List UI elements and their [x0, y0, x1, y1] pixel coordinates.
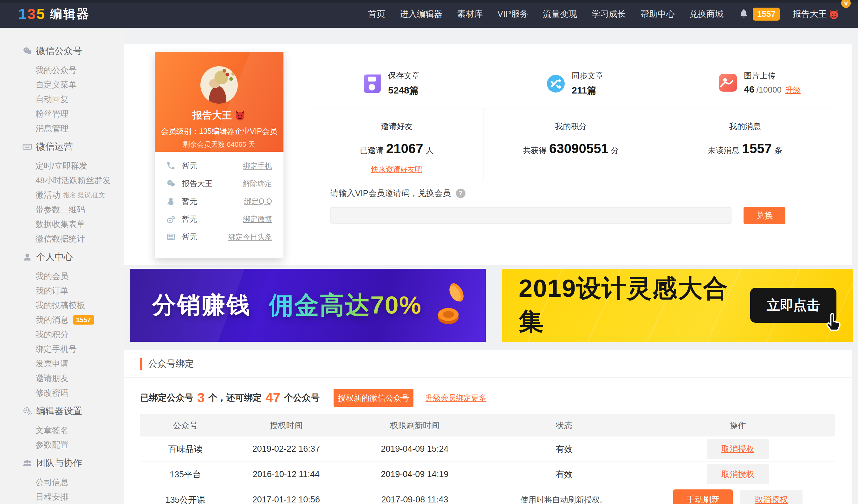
auth-time: 2017-01-12 10:56 — [231, 495, 342, 504]
sidebar-item-qrcode[interactable]: 带参数二维码 — [0, 202, 124, 217]
section-accent-bar — [140, 358, 142, 370]
sidebar-item-schedule[interactable]: 日程安排 — [0, 489, 124, 504]
sidebar-section-editor-settings[interactable]: 编辑器设置 — [0, 405, 124, 417]
vip-redeem-block: 请输入VIP会员邀请码，兑换会员 ? 兑换 — [330, 188, 832, 224]
bind-weibo-link[interactable]: 绑定微博 — [243, 214, 272, 224]
sidebar-item-wechat-stats[interactable]: 微信数据统计 — [0, 231, 124, 246]
auth-time: 2019-02-22 16:37 — [231, 444, 342, 454]
stat-my-points: 我的积分 共获得63090551分 — [483, 109, 657, 182]
points-count: 63090551 — [549, 141, 608, 156]
sidebar-item-parameter-config[interactable]: 参数配置 — [0, 437, 124, 452]
nav-link-shop[interactable]: 兑换商城 — [689, 8, 724, 20]
sidebar-item-auto-reply[interactable]: 自动回复 — [0, 92, 124, 107]
upgrade-link[interactable]: 升级 — [785, 85, 800, 94]
nav-link-materials[interactable]: 素材库 — [457, 8, 483, 20]
status-value: 有效 — [488, 469, 640, 480]
upgrade-membership-link[interactable]: 升级会员绑定更多 — [426, 393, 487, 403]
cancel-authorization-button[interactable]: 取消授权 — [707, 465, 769, 484]
table-row: 135平台 2016-10-12 11:44 2019-04-09 14:19 … — [140, 462, 835, 487]
sidebar-item-article-signature[interactable]: 文章签名 — [0, 423, 124, 437]
col-header-auth-time: 授权时间 — [231, 420, 342, 431]
sidebar-item-fans[interactable]: 粉丝管理 — [0, 107, 124, 121]
nav-link-learn[interactable]: 学习成长 — [592, 8, 626, 20]
nav-link-editor[interactable]: 进入编辑器 — [400, 8, 443, 20]
nav-link-monetize[interactable]: 流量变现 — [543, 8, 577, 20]
cancel-authorization-button[interactable]: 取消授权 — [741, 490, 803, 504]
stats-bottom-row: 邀请好友 已邀请21067人 快来邀请好友吧 我的积分 共获得63090551分… — [310, 109, 832, 182]
bind-qq-link[interactable]: 绑定Q Q — [244, 196, 272, 206]
table-row: 135公开课 2017-01-12 10:56 2017-09-08 11:43… — [140, 487, 835, 504]
sidebar-item-my-templates[interactable]: 我的投稿模板 — [0, 298, 124, 312]
col-header-status: 状态 — [488, 420, 640, 431]
binding-row-toutiao: 暂无 绑定今日头条 — [166, 228, 272, 246]
avatar[interactable] — [201, 66, 238, 104]
bind-toutiao-link[interactable]: 绑定今日头条 — [228, 232, 272, 242]
sidebar-section-team[interactable]: 团队与协作 — [0, 457, 124, 469]
design-inspiration-banner[interactable]: 2019设计灵感大合集 立即点击 — [502, 269, 853, 342]
bound-accounts-table: 公众号 授权时间 权限刷新时间 状态 操作 百味品读 2019-02-22 16… — [140, 414, 835, 504]
sidebar-item-my-points[interactable]: 我的积分 — [0, 327, 124, 342]
sidebar-item-custom-menu[interactable]: 自定义菜单 — [0, 77, 124, 92]
coin-icon — [433, 278, 471, 331]
sidebar-item-company-info[interactable]: 公司信息 — [0, 475, 124, 489]
sidebar-item-my-messages[interactable]: 我的消息1557 — [0, 312, 124, 327]
wechat-icon — [22, 46, 32, 56]
sidebar-item-my-membership[interactable]: 我的会员 — [0, 269, 124, 283]
vip-code-input[interactable] — [330, 207, 731, 224]
sidebar-item-mass-send[interactable]: 定时/立即群发 — [0, 159, 124, 173]
stat-image-uploads: 图片上传 46/10000升级 — [719, 70, 800, 95]
sidebar-item-my-accounts[interactable]: 我的公众号 — [0, 63, 124, 77]
sidebar-item-48h-fans-send[interactable]: 48小时活跃粉丝群发 — [0, 173, 124, 188]
profile-username: 报告大王 — [192, 109, 232, 122]
user-menu[interactable]: 报告大王 v — [793, 8, 840, 20]
sidebar-item-my-orders[interactable]: 我的订单 — [0, 283, 124, 298]
sidebar-item-messages-mgmt[interactable]: 消息管理 — [0, 121, 124, 136]
unbind-wechat-link[interactable]: 解除绑定 — [243, 179, 272, 189]
nav-link-vip[interactable]: VIP服务 — [497, 8, 528, 20]
nav-link-home[interactable]: 首页 — [368, 8, 385, 20]
wechat-icon — [166, 179, 176, 188]
sidebar-item-change-password[interactable]: 修改密码 — [0, 386, 124, 400]
binding-section-header: 公众号绑定 — [124, 350, 852, 377]
sidebar-item-data-form[interactable]: 数据收集表单 — [0, 217, 124, 231]
bell-icon[interactable] — [739, 8, 749, 20]
binding-row-phone: 暂无 绑定手机 — [166, 157, 272, 175]
weibo-icon — [166, 214, 176, 224]
team-icon — [22, 458, 32, 468]
help-icon[interactable]: ? — [456, 189, 465, 198]
sidebar-item-bind-phone[interactable]: 绑定手机号 — [0, 342, 124, 356]
username: 报告大王 — [793, 8, 827, 20]
bound-count: 3 — [197, 390, 205, 405]
devil-emoji-icon — [234, 110, 246, 121]
account-name: 135公开课 — [140, 494, 231, 504]
app-logo[interactable]: 135 编辑器 — [18, 5, 90, 22]
notification-count-badge[interactable]: 1557 — [753, 7, 780, 21]
invite-friends-link[interactable]: 快来邀请好友吧 — [371, 164, 422, 174]
keyboard-icon — [22, 142, 32, 152]
binding-section-title: 公众号绑定 — [148, 358, 194, 370]
sync-icon — [547, 75, 565, 93]
sidebar-section-wechat-ops[interactable]: 微信运营 — [0, 141, 124, 153]
bind-phone-link[interactable]: 绑定手机 — [243, 161, 272, 171]
authorize-new-account-button[interactable]: 授权新的微信公众号 — [334, 389, 413, 407]
nav-link-help[interactable]: 帮助中心 — [640, 8, 675, 20]
distribution-banner[interactable]: 分销赚钱 佣金高达70% — [130, 269, 486, 342]
cancel-authorization-button[interactable]: 取消授权 — [707, 439, 769, 459]
status-value: 使用时将自动刷新授权。 — [521, 495, 608, 504]
redeem-button[interactable]: 兑换 — [744, 207, 785, 224]
sidebar-item-invoice[interactable]: 发票申请 — [0, 356, 124, 371]
account-name: 135平台 — [140, 469, 231, 480]
nav-links: 首页 进入编辑器 素材库 VIP服务 流量变现 学习成长 帮助中心 兑换商城 — [368, 8, 724, 20]
sidebar-section-wechat-account[interactable]: 微信公众号 — [0, 45, 124, 57]
banner-click-button[interactable]: 立即点击 — [750, 288, 837, 323]
sidebar-item-micro-activity[interactable]: 微活动报名,提议,征文 — [0, 188, 124, 202]
col-header-refresh-time: 权限刷新时间 — [342, 420, 488, 431]
logo-text: 编辑器 — [50, 6, 90, 22]
sidebar-item-invite-friends[interactable]: 邀请朋友 — [0, 371, 124, 386]
manual-refresh-button[interactable]: 手动刷新 — [673, 489, 733, 504]
user-icon — [22, 252, 32, 262]
sidebar-section-personal-center[interactable]: 个人中心 — [0, 251, 124, 263]
stat-synced-articles: 同步文章 211篇 — [547, 70, 603, 97]
unread-count: 1557 — [742, 141, 772, 156]
invited-count: 21067 — [386, 141, 423, 156]
